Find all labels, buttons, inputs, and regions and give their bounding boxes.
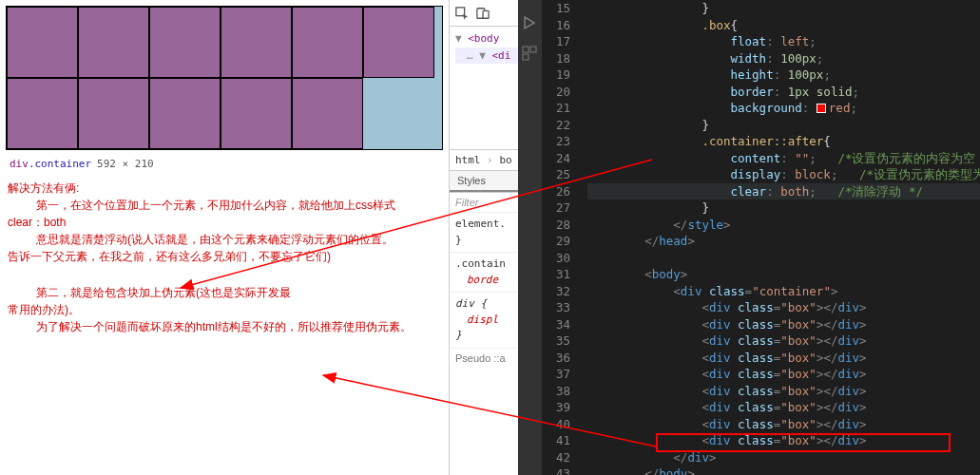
element-inspect-tooltip: div.container592 × 210 [6, 156, 158, 172]
line-number-gutter: 1516171819202122232425262728293031323334… [542, 0, 580, 475]
run-icon[interactable] [522, 15, 539, 32]
svg-rect-4 [530, 47, 536, 52]
code-area[interactable]: } .box{ float: left; width: 100px; heigh… [587, 0, 980, 475]
browser-preview-pane: div.container592 × 210 解决方法有俩: 第一，在这个位置加… [0, 0, 449, 475]
rendered-container [6, 6, 443, 150]
annotation-line: 第二，就是给包含块加上伪元素(这也是实际开发最 [8, 284, 441, 301]
svg-rect-5 [523, 54, 528, 60]
annotation-line: clear：both [8, 214, 441, 231]
device-toggle-icon[interactable] [476, 7, 490, 20]
activity-bar [518, 0, 542, 475]
rendered-box [149, 78, 221, 149]
rendered-box [363, 7, 434, 78]
rendered-box [221, 7, 292, 78]
annotation-line: 第一，在这个位置加上一个元素，不用加什么内容，就给他加上css样式 [8, 197, 441, 214]
dom-div-tag[interactable]: <di [492, 49, 511, 62]
dom-body-tag[interactable]: <body [468, 32, 499, 45]
annotation-line: 为了解决一个问题而破坏原来的html结构是不好的，所以推荐使用伪元素。 [8, 318, 441, 335]
rendered-box [78, 7, 149, 78]
annotation-line: 告诉一下父元素，在我之前，还有这么多兄弟们，不要忘了它们) [8, 248, 441, 265]
code-editor[interactable]: 1516171819202122232425262728293031323334… [542, 0, 980, 475]
annotation-line: 解决方法有俩: [8, 180, 441, 197]
inspect-dimensions: 592 × 210 [91, 158, 154, 170]
rendered-box [78, 78, 149, 149]
breadcrumb-html[interactable]: html [455, 154, 481, 166]
inspect-tag-name: div [10, 158, 29, 170]
inspect-element-icon[interactable] [455, 7, 469, 20]
breadcrumb-body[interactable]: bo [481, 154, 512, 166]
rendered-box [7, 78, 78, 149]
rendered-box [292, 7, 363, 78]
rendered-box [292, 78, 363, 149]
svg-rect-2 [483, 10, 489, 18]
annotation-block: 解决方法有俩: 第一，在这个位置加上一个元素，不用加什么内容，就给他加上css样… [8, 180, 441, 335]
rendered-box [221, 78, 292, 149]
extensions-icon[interactable] [522, 46, 539, 63]
inspect-class-name: .container [29, 158, 91, 170]
rendered-box [149, 7, 221, 78]
rendered-box [7, 7, 78, 78]
annotation-line: 常用的办法)。 [8, 301, 441, 318]
red-rectangle-marker [656, 433, 951, 452]
svg-rect-3 [523, 47, 528, 52]
annotation-line: 意思就是清楚浮动(说人话就是，由这个元素来确定浮动元素们的位置。 [8, 231, 441, 248]
